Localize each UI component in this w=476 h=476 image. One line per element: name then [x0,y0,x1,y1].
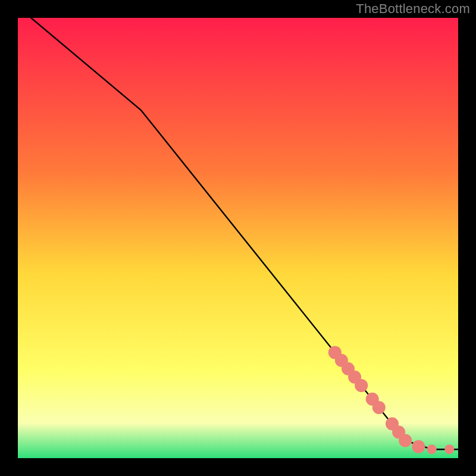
chart-frame: TheBottleneck.com [0,0,476,476]
data-marker [372,401,386,414]
watermark-text: TheBottleneck.com [356,1,470,17]
data-marker [355,379,368,392]
chart-plot-area [18,18,458,458]
data-marker [444,444,454,454]
data-marker [399,434,412,447]
chart-svg [18,18,458,458]
data-marker [412,440,425,453]
gradient-background [18,18,458,458]
data-marker [427,444,437,454]
